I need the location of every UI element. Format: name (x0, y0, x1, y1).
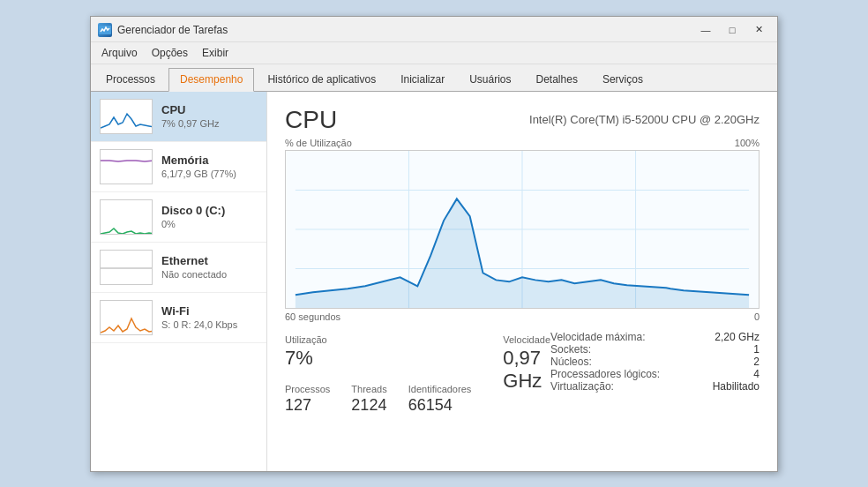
velocidade-label: Velocidade (503, 334, 550, 345)
right-stat-value-3: 4 (753, 368, 760, 380)
right-stat-label-3: Processadores lógicos: (550, 368, 660, 380)
tabs-bar: Processos Desempenho Histórico de aplica… (91, 64, 777, 92)
cpu-chart (285, 150, 760, 309)
menu-opcoes[interactable]: Opções (145, 44, 195, 62)
right-stat-row-1: Sockets: 1 (550, 343, 760, 356)
detail-panel: CPU Intel(R) Core(TM) i5-5200U CPU @ 2.2… (267, 92, 777, 471)
detail-subtitle: Intel(R) Core(TM) i5-5200U CPU @ 2.20GHz (529, 113, 760, 126)
chart-time-row: 60 segundos 0 (285, 311, 760, 322)
ethernet-thumbnail (100, 250, 153, 285)
threads-stat: Threads 2124 (351, 380, 386, 418)
disk-name: Disco 0 (C:) (161, 204, 258, 217)
detail-header: CPU Intel(R) Core(TM) i5-5200U CPU @ 2.2… (285, 106, 760, 134)
chart-y-label: % de Utilização (285, 138, 352, 148)
chart-time-right: 0 (754, 311, 760, 322)
svg-rect-2 (101, 150, 153, 184)
identificadores-label: Identificadores (408, 384, 472, 394)
ethernet-info: Ethernet Não conectado (161, 254, 258, 280)
wifi-value: S: 0 R: 24,0 Kbps (161, 319, 258, 330)
right-stat-label-4: Virtualização: (550, 380, 614, 393)
disk-thumbnail (100, 199, 153, 235)
right-stat-label-2: Núcleos: (550, 356, 592, 368)
wifi-thumbnail (100, 300, 153, 335)
tab-processos[interactable]: Processos (94, 68, 167, 91)
window-title: Gerenciador de Tarefas (117, 24, 694, 36)
processos-value: 127 (285, 396, 330, 415)
menu-exibir[interactable]: Exibir (195, 44, 236, 62)
utilizacao-value: 7% (285, 347, 471, 370)
title-bar: Gerenciador de Tarefas — □ ✕ (91, 17, 777, 42)
wifi-info: Wi-Fi S: 0 R: 24,0 Kbps (161, 304, 258, 330)
right-stat-row-2: Núcleos: 2 (550, 356, 760, 368)
right-stat-value-1: 1 (753, 343, 760, 356)
sidebar-item-disk[interactable]: Disco 0 (C:) 0% (91, 192, 266, 243)
right-stat-value-0: 2,20 GHz (715, 331, 760, 343)
svg-rect-3 (101, 200, 153, 235)
memory-thumbnail (100, 149, 153, 184)
sidebar: CPU 7% 0,97 GHz Memória 6,1/7,9 GB (77%) (91, 92, 267, 471)
cpu-thumbnail (100, 99, 153, 134)
memory-value: 6,1/7,9 GB (77%) (161, 169, 258, 179)
detail-title: CPU (285, 106, 337, 134)
disk-info: Disco 0 (C:) 0% (161, 204, 258, 229)
memory-name: Memória (161, 154, 258, 167)
right-stat-label-1: Sockets: (550, 343, 591, 356)
ethernet-value: Não conectado (161, 269, 258, 280)
tab-desempenho[interactable]: Desempenho (168, 68, 254, 92)
menu-arquivo[interactable]: Arquivo (94, 44, 145, 62)
utilizacao-stat: Utilização 7% (285, 331, 471, 373)
window-controls: — □ ✕ (694, 22, 770, 38)
utilizacao-label: Utilização (285, 334, 471, 345)
sidebar-item-ethernet[interactable]: Ethernet Não conectado (91, 243, 266, 293)
sidebar-item-cpu[interactable]: CPU 7% 0,97 GHz (91, 92, 266, 142)
sidebar-item-memory[interactable]: Memória 6,1/7,9 GB (77%) (91, 142, 266, 192)
tab-detalhes[interactable]: Detalhes (525, 68, 589, 91)
right-stats: Velocidade máxima: 2,20 GHz Sockets: 1 N… (550, 331, 760, 418)
bottom-left-stats: Utilização 7% Processos 127 Threads 2124 (285, 331, 550, 418)
app-icon (98, 23, 112, 37)
memory-info: Memória 6,1/7,9 GB (77%) (161, 154, 258, 179)
minimize-button[interactable]: — (694, 22, 717, 38)
cpu-info: CPU 7% 0,97 GHz (161, 103, 258, 129)
right-stat-value-4: Habilitado (713, 380, 760, 393)
chart-time-left: 60 segundos (285, 311, 340, 322)
processos-label: Processos (285, 384, 330, 394)
cpu-name: CPU (161, 103, 258, 116)
sidebar-item-wifi[interactable]: Wi-Fi S: 0 R: 24,0 Kbps (91, 293, 266, 343)
right-stat-label-0: Velocidade máxima: (550, 331, 645, 343)
task-manager-window: Gerenciador de Tarefas — □ ✕ Arquivo Opç… (90, 16, 778, 472)
processos-stat: Processos 127 (285, 380, 330, 418)
tab-servicos[interactable]: Serviços (591, 68, 655, 91)
cpu-value: 7% 0,97 GHz (161, 118, 258, 129)
tab-inicializar[interactable]: Inicializar (389, 68, 456, 91)
velocidade-stat: Velocidade 0,97 GHz (503, 331, 550, 396)
wifi-name: Wi-Fi (161, 304, 258, 318)
threads-label: Threads (351, 384, 386, 394)
tab-usuarios[interactable]: Usuários (458, 68, 522, 91)
threads-value: 2124 (351, 396, 386, 415)
maximize-button[interactable]: □ (721, 22, 744, 38)
right-stat-row-4: Virtualização: Habilitado (550, 380, 760, 393)
main-content: CPU 7% 0,97 GHz Memória 6,1/7,9 GB (77%) (91, 92, 777, 471)
right-stat-row-0: Velocidade máxima: 2,20 GHz (550, 331, 760, 343)
chart-y-max: 100% (735, 138, 760, 148)
disk-value: 0% (161, 219, 258, 229)
bottom-stats: Utilização 7% Processos 127 Threads 2124 (285, 331, 760, 418)
right-stat-value-2: 2 (753, 356, 760, 368)
identificadores-value: 66154 (408, 396, 472, 415)
ethernet-name: Ethernet (161, 254, 258, 267)
svg-rect-1 (101, 100, 153, 134)
close-button[interactable]: ✕ (747, 22, 770, 38)
velocidade-value: 0,97 GHz (503, 347, 550, 393)
tab-historico[interactable]: Histórico de aplicativos (256, 68, 387, 91)
menu-bar: Arquivo Opções Exibir (91, 42, 777, 64)
right-stat-row-3: Processadores lógicos: 4 (550, 368, 760, 380)
identificadores-stat: Identificadores 66154 (408, 380, 472, 418)
chart-labels: % de Utilização 100% (285, 138, 760, 148)
